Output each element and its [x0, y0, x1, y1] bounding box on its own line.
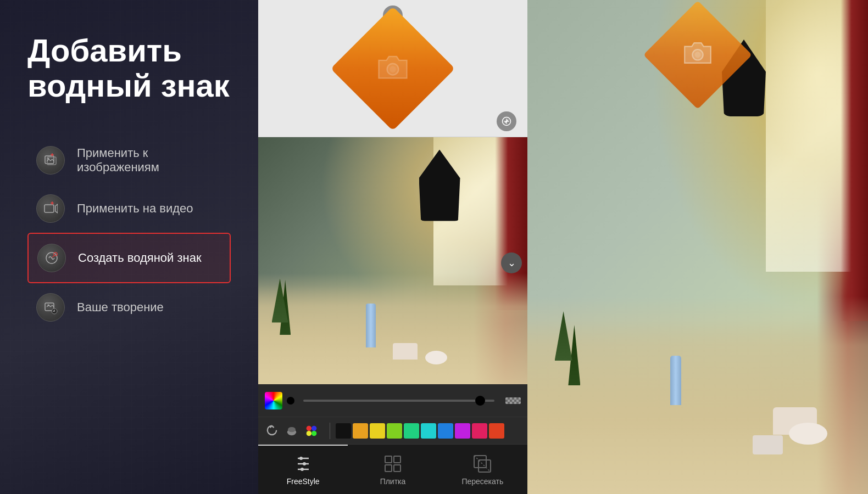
intersect-tab-icon	[472, 454, 492, 474]
tab-freestyle[interactable]: FreeStyle	[258, 445, 348, 494]
right-panel	[527, 0, 868, 494]
svg-point-2	[48, 158, 49, 159]
menu-item-apply-video[interactable]: Применить на видео	[27, 184, 231, 233]
color-divider	[330, 423, 330, 439]
eraser-tool-button[interactable]	[282, 422, 301, 440]
create-watermark-icon	[37, 244, 66, 272]
freestyle-tab-icon	[293, 454, 313, 474]
tab-intersect[interactable]: Пересекать	[438, 445, 527, 494]
apply-images-icon	[36, 146, 65, 175]
color-swatches-row	[336, 423, 504, 439]
svg-marker-4	[55, 204, 58, 213]
color-swatch-cyan[interactable]	[421, 423, 436, 439]
slider-start-dot	[287, 397, 294, 405]
svg-point-19	[307, 431, 311, 436]
slider-thumb	[475, 396, 485, 406]
apply-video-label: Применить на видео	[77, 201, 193, 216]
middle-panel: ⌄	[258, 0, 527, 494]
svg-point-20	[311, 431, 316, 436]
create-watermark-label: Создать водяной знак	[78, 251, 202, 265]
color-swatch-orange[interactable]	[353, 423, 368, 439]
left-panel: Добавитьводный знак Применить к изображе…	[0, 0, 258, 494]
side-icons	[505, 397, 521, 404]
svg-point-18	[311, 425, 316, 430]
svg-rect-27	[385, 456, 392, 463]
svg-rect-29	[385, 465, 392, 471]
tool-icons-group	[263, 422, 321, 440]
menu-item-your-creation[interactable]: Ваше творение	[27, 283, 231, 332]
color-palette-icon[interactable]	[265, 392, 282, 409]
color-swatch-pink[interactable]	[472, 423, 487, 439]
svg-rect-30	[394, 465, 400, 471]
watermark-logo-container	[349, 25, 437, 113]
main-title: Добавитьводный знак	[27, 33, 231, 103]
phone-photo-area: ⌄	[258, 137, 527, 384]
color-swatch-yellow[interactable]	[370, 423, 385, 439]
refresh-tool-button[interactable]	[263, 422, 281, 440]
menu-item-create-watermark[interactable]: Создать водяной знак	[27, 233, 231, 283]
paint-tool-button[interactable]	[302, 422, 321, 440]
menu-item-apply-images[interactable]: Применить к изображениям	[27, 136, 231, 184]
intersect-tab-label: Пересекать	[461, 477, 503, 486]
color-swatch-red[interactable]	[489, 423, 504, 439]
svg-line-33	[474, 456, 491, 472]
phone-top-area	[258, 0, 527, 137]
color-swatch-lime[interactable]	[387, 423, 402, 439]
watermark-diamond-inner	[374, 53, 412, 85]
menu-list: Применить к изображениям Применить на ви…	[27, 136, 231, 332]
right-watermark-container	[659, 16, 736, 93]
your-creation-label: Ваше творение	[77, 300, 164, 315]
svg-rect-3	[44, 205, 54, 212]
right-watermark-inner	[680, 39, 716, 71]
apply-images-label: Применить к изображениям	[77, 146, 222, 175]
svg-point-26	[301, 468, 304, 471]
svg-rect-28	[394, 456, 400, 463]
phone-toolbar: FreeStyle Плитка	[258, 384, 527, 494]
tile-tab-icon	[383, 454, 403, 474]
color-swatch-green[interactable]	[404, 423, 419, 439]
color-swatch-blue[interactable]	[438, 423, 453, 439]
right-watermark-diamond	[643, 1, 752, 109]
svg-point-17	[307, 425, 311, 430]
phone-screen: ⌄	[258, 0, 527, 494]
resize-icon[interactable]	[497, 111, 516, 131]
opacity-slider[interactable]	[303, 400, 494, 402]
color-swatch-purple[interactable]	[455, 423, 470, 439]
svg-point-25	[303, 462, 306, 465]
checker-icon[interactable]	[505, 397, 521, 404]
chevron-down-button[interactable]: ⌄	[501, 252, 522, 273]
toolbar-tabs: FreeStyle Плитка	[258, 445, 527, 494]
svg-point-9	[48, 304, 49, 306]
freestyle-tab-label: FreeStyle	[287, 477, 320, 486]
svg-point-24	[299, 457, 303, 460]
color-swatch-black[interactable]	[336, 423, 351, 439]
tile-tab-label: Плитка	[380, 477, 406, 486]
your-creation-icon	[36, 293, 65, 322]
svg-point-16	[288, 427, 296, 432]
colors-row	[258, 417, 527, 445]
slider-row	[258, 384, 527, 417]
watermark-diamond	[331, 6, 455, 130]
apply-video-icon	[36, 194, 65, 223]
tab-tile[interactable]: Плитка	[348, 445, 437, 494]
